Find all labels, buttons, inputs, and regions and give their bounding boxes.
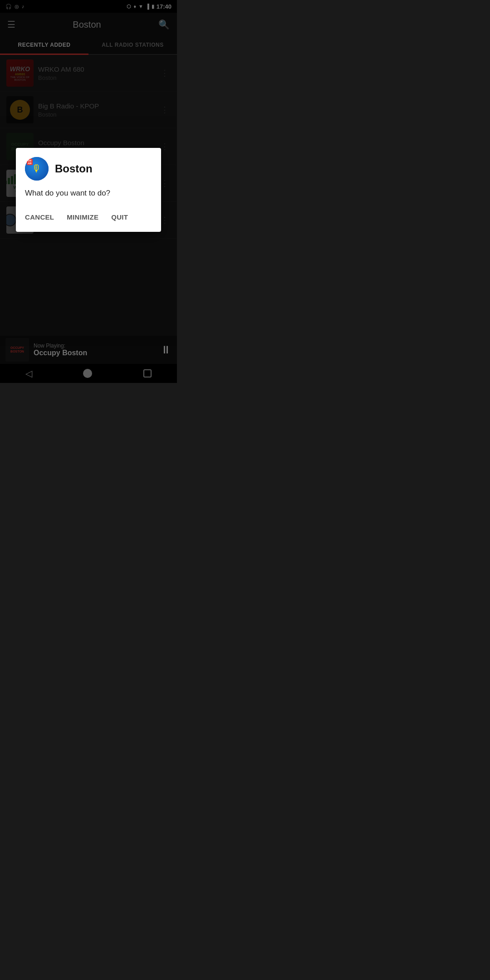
cancel-button[interactable]: CANCEL (25, 211, 54, 223)
dialog-header: ONAIR 🎙 Boston (25, 157, 152, 181)
dialog-logo: ONAIR 🎙 (25, 157, 49, 181)
minimize-button[interactable]: MINIMIZE (67, 211, 98, 223)
on-air-badge: ONAIR (27, 159, 33, 165)
microphone-icon: 🎙 (32, 163, 42, 175)
dialog: ONAIR 🎙 Boston What do you want to do? C… (16, 148, 161, 232)
dialog-actions: CANCEL MINIMIZE QUIT (25, 211, 152, 232)
quit-button[interactable]: QUIT (111, 211, 128, 223)
dialog-message: What do you want to do? (25, 188, 152, 199)
dialog-title: Boston (55, 162, 93, 175)
